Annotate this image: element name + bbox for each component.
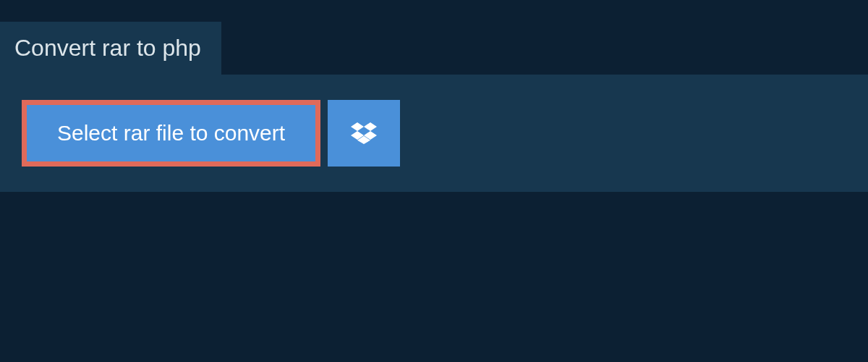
tab-title: Convert rar to php bbox=[14, 35, 201, 62]
upload-panel: Select rar file to convert bbox=[0, 75, 868, 192]
button-row: Select rar file to convert bbox=[22, 100, 846, 167]
dropbox-icon bbox=[351, 120, 377, 146]
active-tab[interactable]: Convert rar to php bbox=[0, 22, 221, 75]
select-file-button[interactable]: Select rar file to convert bbox=[22, 100, 320, 167]
select-file-label: Select rar file to convert bbox=[57, 121, 285, 146]
dropbox-button[interactable] bbox=[328, 100, 400, 167]
